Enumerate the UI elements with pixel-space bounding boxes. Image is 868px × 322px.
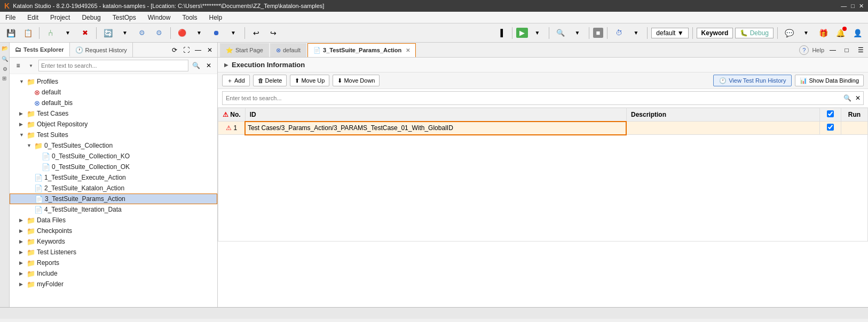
collapse-button[interactable]: — — [193, 45, 203, 55]
spy-dropdown[interactable]: ▼ — [192, 26, 207, 41]
record-button[interactable]: ⏺ — [209, 26, 224, 41]
expand-button[interactable]: ⛶ — [181, 45, 192, 55]
debug-button[interactable]: 🐛 Debug — [735, 28, 774, 38]
toggle-include[interactable]: ▶ — [19, 271, 27, 276]
tree-item-myfolder[interactable]: ▶ 📁 myFolder — [10, 279, 217, 289]
tab-start-page[interactable]: ⭐ Start Page — [220, 43, 269, 57]
tree-item-test-suites[interactable]: ▼ 📁 Test Suites — [10, 130, 217, 140]
grid-icon[interactable]: ⊞ — [2, 76, 7, 80]
row-id-cell[interactable]: Test Cases/3_Params_Action/3_PARAMS_Test… — [245, 122, 626, 135]
tree-item-0-collection[interactable]: ▼ 📁 0_TestSuites_Collection — [10, 140, 217, 151]
move-down-button[interactable]: ⬇ Move Down — [333, 75, 380, 86]
gradle-button[interactable]: ⚙ — [135, 26, 149, 41]
gift-button[interactable]: 🎁 — [816, 26, 831, 41]
tree-item-4-iteration[interactable]: 📄 4_TestSuite_Iteration_Data — [10, 204, 217, 215]
tree-item-3-params[interactable]: 📄 3_TestSuite_Params_Action — [10, 194, 217, 204]
toggle-keywords[interactable]: ▶ — [19, 239, 27, 244]
menu-edit[interactable]: Edit — [25, 13, 41, 22]
build-button[interactable]: 🔄 — [100, 26, 115, 41]
move-up-button[interactable]: ⬆ Move Up — [290, 75, 329, 86]
toggle-myfolder[interactable]: ▶ — [19, 281, 27, 287]
menu-window[interactable]: Window — [146, 13, 173, 22]
spy2-button[interactable]: 🔍 — [553, 26, 568, 41]
tree-item-object-repository[interactable]: ▶ 📁 Object Repository — [10, 119, 217, 130]
select-all-checkbox[interactable] — [827, 110, 834, 117]
toggle-0-collection[interactable]: ▼ — [27, 143, 34, 148]
maximize-button[interactable]: □ — [851, 3, 855, 9]
save-all-button[interactable]: 📋 — [20, 26, 35, 41]
filter-dropdown[interactable]: ▼ — [26, 60, 36, 71]
sidebar-search-button[interactable]: 🔍 — [191, 60, 201, 71]
profile-selector[interactable]: default ▼ — [651, 28, 688, 38]
build-dropdown[interactable]: ▼ — [117, 26, 132, 41]
undo-button[interactable]: ↩ — [249, 26, 264, 41]
toggle-test-suites[interactable]: ▼ — [19, 132, 27, 138]
tree-item-default[interactable]: ⊗ default — [10, 87, 217, 98]
tab-request-history[interactable]: 🕐 Request History — [70, 43, 133, 57]
filter-icon[interactable]: ≡ — [13, 60, 23, 71]
smart-wait-button[interactable]: ⏱ — [611, 26, 626, 41]
run-dropdown[interactable]: ▼ — [530, 26, 545, 41]
tree-item-test-cases[interactable]: ▶ 📁 Test Cases — [10, 108, 217, 119]
chat-button[interactable]: 💬 — [782, 26, 796, 41]
stop-button[interactable]: ■ — [593, 28, 604, 38]
toggle-reports[interactable]: ▶ — [19, 260, 27, 265]
toggle-test-listeners[interactable]: ▶ — [19, 249, 27, 255]
tab-default[interactable]: ⊗ default — [270, 43, 306, 57]
row-checkbox[interactable] — [827, 124, 834, 131]
menu-tools[interactable]: Tools — [180, 13, 199, 22]
toggle-object-repository[interactable]: ▶ — [19, 122, 27, 127]
tree-item-profiles[interactable]: ▼ 📁 Profiles — [10, 76, 217, 87]
settings-icon[interactable]: ⚙ — [2, 66, 7, 72]
ts-search-icon[interactable]: 🔍 — [842, 93, 853, 103]
spy-button[interactable]: 🔴 — [175, 26, 190, 41]
record-dropdown[interactable]: ▼ — [226, 26, 241, 41]
chat-dropdown[interactable]: ▼ — [799, 26, 814, 41]
tree-item-test-listeners[interactable]: ▶ 📁 Test Listeners — [10, 247, 217, 257]
sidebar-clear-button[interactable]: ✕ — [203, 60, 214, 71]
tree-item-reports[interactable]: ▶ 📁 Reports — [10, 257, 217, 268]
toggle-checkpoints[interactable]: ▶ — [19, 228, 27, 234]
sync-button[interactable]: ⟳ — [169, 45, 180, 55]
help-button[interactable]: ? — [799, 45, 809, 55]
editor-minimize-button[interactable]: — — [827, 45, 838, 55]
keyword-button[interactable]: Keyword — [697, 28, 733, 38]
tree-item-1-execute[interactable]: 📄 1_TestSuite_Execute_Action — [10, 172, 217, 183]
tree-item-checkpoints[interactable]: ▶ 📁 Checkpoints — [10, 226, 217, 236]
redo-button[interactable]: ↪ — [266, 26, 281, 41]
view-run-history-button[interactable]: 🕐 View Test Run History — [713, 75, 792, 86]
toggle-test-cases[interactable]: ▶ — [19, 111, 27, 116]
explorer-icon[interactable]: 📂 — [2, 45, 7, 51]
avatar-button[interactable]: 👤 — [850, 26, 865, 41]
tree-item-include[interactable]: ▶ 📁 Include — [10, 268, 217, 279]
tree-item-ko[interactable]: 📄 0_TestSuite_Collection_KO — [10, 151, 217, 162]
show-data-binding-button[interactable]: 📊 Show Data Binding — [795, 75, 864, 86]
git-dropdown[interactable]: ▼ — [60, 26, 75, 41]
toggle-profiles[interactable]: ▼ — [19, 79, 27, 84]
spy2-dropdown[interactable]: ▼ — [570, 26, 585, 41]
search-icon[interactable]: 🔍 — [2, 55, 7, 62]
tree-item-ok[interactable]: 📄 0_TestSuite_Collection_OK — [10, 162, 217, 172]
unknown-btn1[interactable]: ✖ — [77, 26, 92, 41]
close-sidebar-button[interactable]: ✕ — [204, 45, 215, 55]
run-button[interactable]: ▶ — [516, 28, 528, 38]
ts-search-clear[interactable]: ✕ — [853, 93, 863, 103]
toggle-data-files[interactable]: ▶ — [19, 218, 27, 223]
tree-item-keywords[interactable]: ▶ 📁 Keywords — [10, 236, 217, 247]
delete-test-case-button[interactable]: 🗑 Delete — [253, 75, 287, 86]
tree-item-data-files[interactable]: ▶ 📁 Data Files — [10, 215, 217, 226]
menu-help[interactable]: Help — [207, 13, 224, 22]
menu-debug[interactable]: Debug — [80, 13, 102, 22]
tree-item-2-katalon[interactable]: 📄 2_TestSuite_Katalon_Action — [10, 183, 217, 194]
save-button[interactable]: 💾 — [3, 26, 18, 41]
execution-info-header[interactable]: ▶ Execution Information — [218, 58, 868, 73]
close-button[interactable]: ✕ — [859, 3, 864, 10]
test-suite-search-input[interactable] — [223, 92, 842, 104]
terminal-button[interactable]: ▐ — [493, 26, 508, 41]
tab-tests-explorer[interactable]: 🗂 Tests Explorer — [10, 43, 70, 57]
close-3-params-tab[interactable]: ✕ — [406, 47, 410, 53]
git-button[interactable]: ⑃ — [43, 26, 58, 41]
menu-file[interactable]: File — [3, 13, 18, 22]
add-test-case-button[interactable]: ＋ Add — [222, 75, 250, 86]
minimize-button[interactable]: — — [841, 3, 847, 9]
